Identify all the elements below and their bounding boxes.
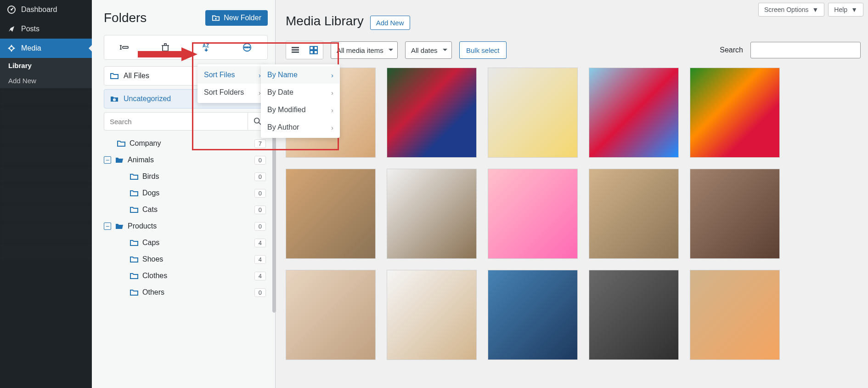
media-item[interactable] (589, 169, 679, 259)
tree-item-animals[interactable]: − Animals 0 (104, 152, 268, 168)
tree-item-products[interactable]: − Products 0 (104, 218, 268, 234)
tree-count: 4 (254, 272, 266, 280)
date-filter[interactable]: All dates (405, 41, 452, 59)
svg-point-13 (254, 118, 259, 123)
tree-item-company[interactable]: Company 7 (104, 135, 268, 152)
menu-media[interactable]: Media (0, 39, 92, 58)
help-label: Help (834, 6, 847, 13)
sort-by-name-label: By Name (267, 71, 298, 79)
sort-folders-label: Sort Folders (204, 88, 244, 97)
filter-bar: All media items All dates Bulk select Se… (286, 41, 861, 59)
folder-icon (130, 205, 139, 214)
media-item[interactable] (488, 68, 578, 158)
tree-item-others[interactable]: Others 0 (104, 284, 268, 301)
sort-files-item[interactable]: Sort Files › (197, 66, 267, 84)
media-library-main: Screen Options ▼ Help ▼ Media Library Ad… (276, 0, 868, 388)
media-item[interactable] (387, 169, 477, 259)
svg-rect-17 (310, 46, 313, 50)
chevron-right-icon: › (331, 106, 333, 114)
uncategorized-label: Uncategorized (124, 95, 171, 103)
folder-icon (130, 188, 139, 198)
tree-label: Clothes (142, 272, 254, 280)
tree-label: Others (142, 288, 254, 297)
dashboard-icon (6, 5, 17, 15)
chevron-down-icon: ▼ (812, 6, 818, 13)
pushpin-icon (6, 24, 17, 34)
sort-folders-item[interactable]: Sort Folders › (197, 84, 267, 101)
media-item[interactable] (286, 169, 376, 259)
sort-by-modified[interactable]: By Modified › (261, 101, 340, 119)
media-item[interactable] (589, 68, 679, 158)
svg-rect-16 (292, 51, 299, 53)
tree-item-clothes[interactable]: Clothes 4 (104, 268, 268, 284)
help-button[interactable]: Help ▼ (828, 3, 863, 17)
sort-by-date[interactable]: By Date › (261, 84, 340, 101)
blurred-menu-item (0, 165, 92, 184)
submenu-library[interactable]: Library (0, 58, 92, 73)
sort-files-label: Sort Files (204, 71, 235, 79)
svg-rect-20 (314, 51, 317, 54)
new-folder-button[interactable]: New Folder (205, 10, 268, 26)
folder-icon (110, 71, 119, 80)
tree-item-caps[interactable]: Caps 4 (104, 234, 268, 251)
new-folder-label: New Folder (224, 14, 261, 22)
svg-rect-4 (163, 46, 168, 51)
add-new-button[interactable]: Add New (370, 16, 410, 30)
all-files-label: All Files (124, 72, 149, 80)
folder-search-row (104, 112, 268, 131)
media-type-filter[interactable]: All media items (331, 41, 398, 59)
admin-sidebar: Dashboard Posts Media Library Add New (0, 0, 92, 388)
svg-rect-19 (310, 51, 313, 54)
tree-item-birds[interactable]: Birds 0 (104, 168, 268, 185)
screen-options-button[interactable]: Screen Options ▼ (758, 3, 824, 17)
media-search-input[interactable] (750, 42, 861, 58)
media-item[interactable] (286, 270, 376, 360)
media-item[interactable] (690, 169, 780, 259)
sort-icon[interactable]: AZ (201, 42, 212, 53)
folders-title: Folders (104, 11, 147, 25)
media-item[interactable] (387, 270, 477, 360)
folder-icon (130, 255, 139, 264)
folder-open-icon (115, 222, 124, 231)
search-label: Search (720, 46, 743, 54)
chevron-down-icon: ▼ (851, 6, 857, 13)
media-grid (286, 68, 861, 360)
chevron-right-icon: › (331, 124, 333, 131)
sort-by-author[interactable]: By Author › (261, 119, 340, 136)
svg-rect-14 (292, 47, 299, 48)
media-item[interactable] (387, 68, 477, 158)
tree-count: 0 (254, 172, 266, 181)
tree-item-dogs[interactable]: Dogs 0 (104, 185, 268, 201)
svg-rect-3 (123, 46, 128, 48)
tree-item-shoes[interactable]: Shoes 4 (104, 251, 268, 268)
svg-point-8 (244, 47, 246, 48)
folder-icon (130, 238, 139, 247)
media-item[interactable] (690, 270, 780, 360)
svg-rect-18 (314, 46, 317, 50)
view-toggle (286, 41, 323, 59)
media-item[interactable] (488, 270, 578, 360)
screen-options-label: Screen Options (764, 6, 809, 13)
bulk-select-button[interactable]: Bulk select (459, 41, 507, 59)
collapse-icon[interactable]: − (104, 223, 111, 230)
more-icon[interactable] (242, 42, 253, 53)
media-item[interactable] (589, 270, 679, 360)
rename-icon[interactable] (119, 42, 130, 53)
folders-header: Folders New Folder (104, 10, 268, 26)
media-item[interactable] (488, 169, 578, 259)
sort-by-modified-label: By Modified (267, 106, 306, 114)
delete-icon[interactable] (160, 42, 171, 53)
submenu-add-new[interactable]: Add New (0, 73, 92, 88)
chevron-right-icon: › (331, 89, 333, 97)
grid-view-button[interactable] (304, 41, 323, 59)
menu-dashboard[interactable]: Dashboard (0, 0, 92, 19)
folder-icon (130, 172, 139, 181)
media-item[interactable] (690, 68, 780, 158)
folder-search-input[interactable] (104, 112, 248, 131)
folders-toolbar: AZ (104, 35, 268, 60)
list-view-button[interactable] (286, 41, 304, 59)
tree-item-cats[interactable]: Cats 0 (104, 201, 268, 218)
sort-by-name[interactable]: By Name › (261, 66, 340, 84)
menu-posts[interactable]: Posts (0, 19, 92, 39)
collapse-icon[interactable]: − (104, 156, 111, 164)
